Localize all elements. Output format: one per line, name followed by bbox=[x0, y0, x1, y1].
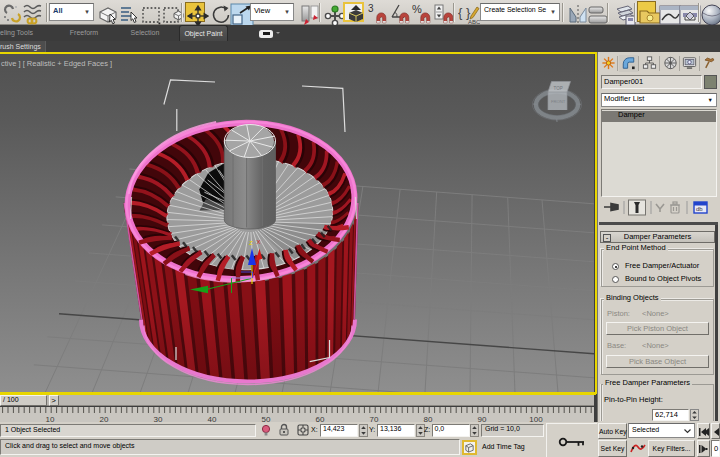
svg-text:FRONT: FRONT bbox=[551, 99, 566, 104]
svg-text:X: X bbox=[257, 239, 261, 245]
svg-text:Z: Z bbox=[249, 240, 253, 246]
svg-text:TOP: TOP bbox=[554, 86, 563, 91]
svg-text:db: db bbox=[696, 206, 703, 212]
svg-text:ctive ] [ Realistic + Edged Fa: ctive ] [ Realistic + Edged Faces ] bbox=[1, 59, 112, 68]
svg-text:3: 3 bbox=[368, 3, 374, 14]
svg-text:%: % bbox=[412, 3, 422, 15]
svg-text:{ }: { } bbox=[458, 5, 471, 20]
